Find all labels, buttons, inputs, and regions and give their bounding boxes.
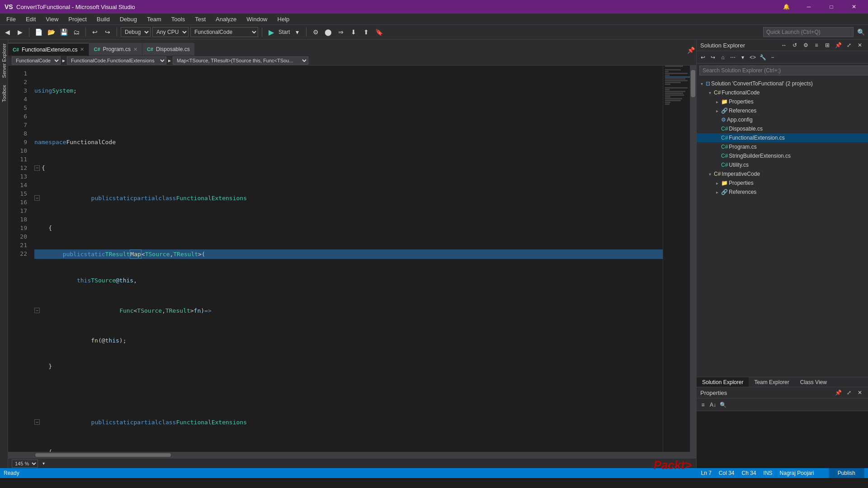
se-tab-team-explorer[interactable]: Team Explorer: [749, 377, 794, 387]
collapse-13[interactable]: −: [34, 419, 40, 425]
notification-icon[interactable]: 🔔: [776, 0, 797, 14]
solution-expand-icon[interactable]: ▾: [698, 80, 705, 87]
menu-tools[interactable]: Tools: [167, 14, 189, 24]
start-button[interactable]: ▶: [266, 27, 277, 38]
save-button[interactable]: 💾: [58, 27, 69, 38]
collapse-5[interactable]: −: [34, 195, 40, 201]
prop-alphabetical-icon[interactable]: A↓: [708, 400, 717, 409]
code-content[interactable]: using System; namespace FunctionalCode −…: [31, 66, 663, 452]
solution-explorer-search[interactable]: [699, 66, 868, 75]
se-tab-class-view[interactable]: Class View: [795, 377, 832, 387]
tab-functional-extension[interactable]: C# FunctionalExtension.cs ✕: [8, 43, 89, 56]
quick-launch-search-icon[interactable]: 🔍: [855, 27, 866, 38]
breadcrumb-project[interactable]: FunctionalCode: [12, 56, 61, 65]
close-button[interactable]: ✕: [844, 0, 864, 14]
solution-dropdown[interactable]: FunctionalCode: [190, 27, 258, 37]
open-button[interactable]: 📂: [46, 27, 57, 38]
step-over-button[interactable]: ⇒: [335, 27, 346, 38]
redo-button[interactable]: ↪: [102, 27, 113, 38]
se-tab-solution-explorer[interactable]: Solution Explorer: [697, 377, 749, 387]
prop-search-icon[interactable]: 🔍: [718, 400, 727, 409]
breadcrumb-member[interactable]: Map<TSource, TResult>(TSource this, Func…: [173, 56, 308, 65]
menu-view[interactable]: View: [41, 14, 63, 24]
start-label[interactable]: Start: [278, 29, 290, 35]
new-project-button[interactable]: 📄: [33, 27, 44, 38]
breakpoint-button[interactable]: ⬤: [323, 27, 334, 38]
undo-button[interactable]: ↩: [90, 27, 100, 38]
vertical-scrollbar[interactable]: [690, 66, 696, 452]
tree-functional-extension[interactable]: C# FunctionalExtension.cs: [697, 133, 868, 142]
tab-close-1[interactable]: ✕: [80, 47, 84, 52]
menu-file[interactable]: File: [2, 14, 20, 24]
functional-expand-icon[interactable]: ▾: [707, 89, 713, 96]
step-out-button[interactable]: ⬆: [361, 27, 372, 38]
se-settings-icon[interactable]: ⚙: [801, 41, 810, 50]
menu-help[interactable]: Help: [273, 14, 294, 24]
prop-float-icon[interactable]: ⤢: [844, 388, 854, 397]
pin-tab-button[interactable]: 📌: [685, 45, 696, 56]
menu-build[interactable]: Build: [92, 14, 114, 24]
menu-test[interactable]: Test: [190, 14, 210, 24]
tree-disposable[interactable]: C# Disposable.cs: [697, 124, 868, 133]
horizontal-scrollbar-thumb[interactable]: [35, 453, 171, 457]
server-explorer-tab[interactable]: Server Explorer: [0, 40, 8, 81]
tree-utility[interactable]: C# Utility.cs: [697, 160, 868, 169]
vertical-scrollbar-thumb[interactable]: [691, 70, 695, 97]
properties-expand-icon[interactable]: ▸: [714, 99, 720, 105]
menu-window[interactable]: Window: [242, 14, 272, 24]
tab-disposable[interactable]: C# Disposable.cs: [142, 43, 195, 56]
menu-debug[interactable]: Debug: [115, 14, 142, 24]
zoom-dropdown[interactable]: 145 %: [12, 460, 38, 468]
toolbox-tab[interactable]: Toolbox: [0, 81, 8, 106]
references-expand-icon[interactable]: ▸: [714, 108, 720, 114]
breadcrumb-class[interactable]: FunctionalCode.FunctionalExtensions: [67, 56, 166, 65]
attach-button[interactable]: ⚙: [310, 27, 321, 38]
se-sync-icon[interactable]: ↔: [779, 41, 788, 50]
quick-launch-input[interactable]: [763, 27, 854, 37]
prop-categories-icon[interactable]: ≡: [698, 400, 708, 409]
menu-team[interactable]: Team: [142, 14, 166, 24]
imperative-expand-icon[interactable]: ▾: [707, 171, 713, 177]
menu-edit[interactable]: Edit: [21, 14, 40, 24]
platform-dropdown[interactable]: Any CPU: [152, 27, 189, 37]
tree-properties-functional[interactable]: ▸ 📁 Properties: [697, 97, 868, 106]
menu-project[interactable]: Project: [64, 14, 91, 24]
se-code-button[interactable]: <>: [748, 53, 757, 62]
publish-button[interactable]: Publish: [829, 468, 864, 478]
step-into-button[interactable]: ⬇: [348, 27, 359, 38]
back-button[interactable]: ◀: [2, 27, 13, 38]
tree-program[interactable]: C# Program.cs: [697, 142, 868, 151]
tab-close-2[interactable]: ✕: [133, 47, 137, 52]
se-refresh-icon[interactable]: ↺: [790, 41, 799, 50]
collapse-4[interactable]: −: [34, 165, 40, 171]
tree-references-functional[interactable]: ▸ 🔗 References: [697, 106, 868, 115]
prop-close-icon[interactable]: ✕: [855, 388, 864, 397]
se-float-icon[interactable]: ⤢: [844, 41, 854, 50]
se-collapse-icon[interactable]: ≡: [812, 41, 821, 50]
se-filter-button[interactable]: ▾: [738, 53, 747, 62]
tree-solution[interactable]: ▾ ⊡ Solution 'ConvertToFunctional' (2 pr…: [697, 79, 868, 88]
collapse-9[interactable]: −: [34, 308, 40, 313]
start-dropdown[interactable]: ▾: [292, 27, 302, 38]
se-close-icon[interactable]: ✕: [855, 41, 864, 50]
se-minus-button[interactable]: −: [768, 53, 777, 62]
tree-appconfig[interactable]: ⚙ App.config: [697, 115, 868, 124]
se-properties-button[interactable]: 🔧: [758, 53, 767, 62]
horizontal-scrollbar[interactable]: [8, 452, 696, 458]
imp-references-expand-icon[interactable]: ▸: [714, 189, 720, 195]
menu-analyze[interactable]: Analyze: [211, 14, 241, 24]
debug-config-dropdown[interactable]: Debug: [121, 27, 151, 37]
bookmark-button[interactable]: 🔖: [373, 27, 384, 38]
forward-button[interactable]: ▶: [14, 27, 25, 38]
prop-pin-icon[interactable]: 📌: [834, 388, 843, 397]
se-pin-icon[interactable]: 📌: [834, 41, 843, 50]
imp-properties-expand-icon[interactable]: ▸: [714, 180, 720, 186]
se-forward-button[interactable]: ↪: [708, 53, 717, 62]
se-options-button[interactable]: ⋯: [728, 53, 737, 62]
tree-properties-imperative[interactable]: ▸ 📁 Properties: [697, 178, 868, 188]
tree-stringbuilder[interactable]: C# StringBuilderExtension.cs: [697, 151, 868, 160]
minimize-button[interactable]: ─: [798, 0, 819, 14]
se-new-folder-icon[interactable]: ⊞: [823, 41, 832, 50]
zoom-decrease-button[interactable]: ▾: [40, 460, 47, 467]
save-all-button[interactable]: 🗂: [71, 27, 82, 38]
